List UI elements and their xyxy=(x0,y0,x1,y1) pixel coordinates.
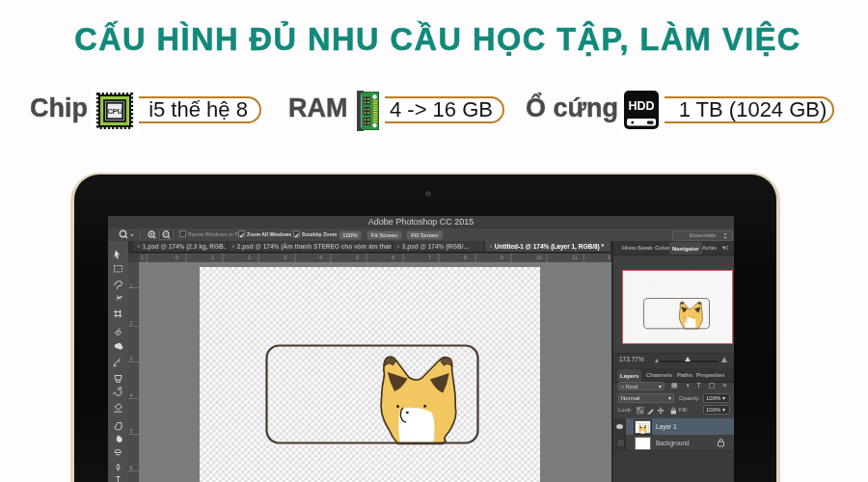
svg-text:HDD: HDD xyxy=(628,99,654,113)
svg-text:CPU: CPU xyxy=(107,107,122,116)
